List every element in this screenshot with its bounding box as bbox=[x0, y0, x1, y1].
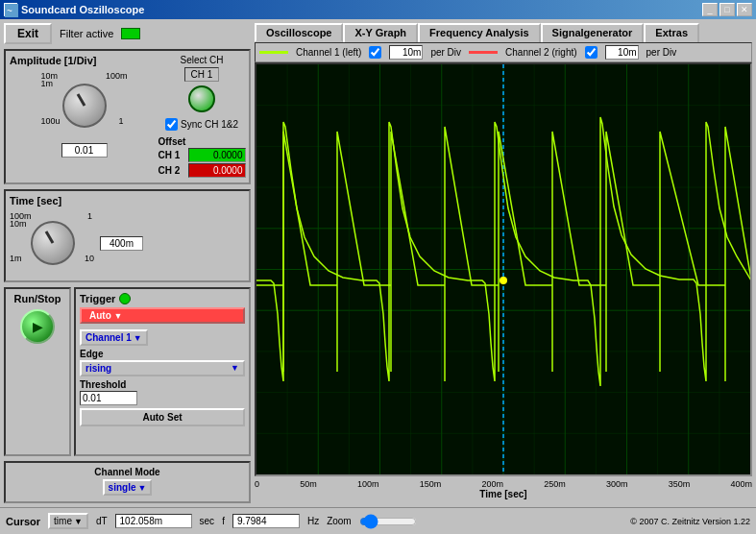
channel-mode-section: Channel Mode single ▼ bbox=[4, 461, 251, 503]
amp-scale-100m: 100m bbox=[106, 71, 128, 81]
ch1-per-div-input[interactable] bbox=[389, 45, 423, 60]
top-section: Exit Filter active Amplitude [1/Div] 10m… bbox=[0, 19, 756, 507]
run-stop-button[interactable] bbox=[20, 309, 55, 344]
cursor-type-button[interactable]: time ▼ bbox=[48, 513, 88, 529]
time-label-150m: 150m bbox=[420, 479, 442, 489]
right-panel: Oscilloscope X-Y Graph Frequency Analysi… bbox=[255, 19, 756, 507]
trigger-channel-button[interactable]: Channel 1 ▼ bbox=[80, 329, 148, 346]
exit-button[interactable]: Exit bbox=[4, 23, 52, 44]
maximize-button[interactable]: □ bbox=[719, 3, 735, 16]
trigger-mode-button[interactable]: Auto ▼ bbox=[80, 307, 245, 324]
filter-active-label: Filter active bbox=[60, 28, 113, 39]
trigger-mode-arrow: ▼ bbox=[114, 311, 123, 321]
channel-mode-dropdown[interactable]: single ▼ bbox=[103, 479, 153, 496]
app-icon: ~ bbox=[4, 3, 17, 16]
titlebar-left: ~ Soundcard Oszilloscope bbox=[4, 3, 144, 16]
amplitude-title: Amplitude [1/Div] bbox=[10, 55, 159, 66]
time-knob[interactable] bbox=[31, 221, 75, 265]
channel-bar: Channel 1 (left) per Div Channel 2 (righ… bbox=[255, 42, 752, 62]
svg-text:~: ~ bbox=[7, 6, 12, 16]
ch1-offset-input[interactable] bbox=[188, 148, 246, 162]
ch2-per-div-input[interactable] bbox=[605, 45, 639, 60]
cursor-type-value: time bbox=[54, 516, 72, 526]
ch1-offset-row: CH 1 bbox=[159, 148, 246, 162]
window-title: Soundcard Oszilloscope bbox=[21, 4, 144, 15]
amplitude-right: Select CH CH 1 Sync CH 1&2 Offset CH 1 bbox=[159, 55, 245, 179]
ch1-select-knob[interactable] bbox=[188, 85, 215, 112]
tab-xy-graph[interactable]: X-Y Graph bbox=[343, 23, 418, 42]
scope-area[interactable] bbox=[255, 62, 752, 476]
amplitude-knob[interactable] bbox=[62, 84, 107, 128]
tab-signalgenerator[interactable]: Signalgenerator bbox=[541, 23, 645, 42]
time-label-300m: 300m bbox=[606, 479, 628, 489]
trigger-mode-label: Auto bbox=[89, 310, 111, 321]
run-stop-title: Run/Stop bbox=[14, 293, 61, 304]
time-scale-10: 10 bbox=[85, 254, 94, 263]
dt-value-input[interactable] bbox=[115, 514, 192, 528]
autoset-button[interactable]: Auto Set bbox=[80, 408, 245, 426]
bottom-bar: Cursor time ▼ dT sec f Hz Zoom © 2007 C.… bbox=[0, 507, 756, 534]
trigger-label: Trigger bbox=[80, 293, 115, 304]
trigger-mode-row: Auto ▼ bbox=[80, 307, 245, 327]
ch2-line-indicator bbox=[469, 51, 498, 54]
sync-label: Sync CH 1&2 bbox=[181, 119, 238, 130]
titlebar: ~ Soundcard Oszilloscope _ □ ✕ bbox=[0, 0, 756, 19]
f-value-input[interactable] bbox=[232, 514, 300, 528]
amp-scale-100u: 100u bbox=[41, 116, 61, 126]
time-scale-1m: 1m bbox=[10, 254, 22, 263]
main-window: Exit Filter active Amplitude [1/Div] 10m… bbox=[0, 19, 756, 534]
amplitude-value-input[interactable] bbox=[61, 143, 108, 158]
ch2-offset-input[interactable] bbox=[188, 163, 246, 178]
channel-mode-arrow: ▼ bbox=[137, 483, 146, 493]
trigger-status-indicator bbox=[119, 293, 131, 304]
trigger-channel-arrow: ▼ bbox=[134, 333, 142, 343]
tab-extras[interactable]: Extras bbox=[644, 23, 699, 42]
trigger-section: Trigger Auto ▼ Channel 1 ▼ bbox=[74, 287, 251, 456]
time-axis-wrapper: 0 50m 100m 150m 200m 250m 300m 350m 400m… bbox=[255, 478, 752, 507]
amplitude-knob-container: 10m 1m 100m 100u 1 bbox=[41, 69, 128, 141]
edge-dropdown-row: rising ▼ bbox=[80, 360, 245, 376]
time-label-200m: 200m bbox=[481, 479, 503, 489]
bottom-left-section: Run/Stop Trigger Auto ▼ bbox=[4, 287, 251, 456]
dt-label: dT bbox=[96, 516, 108, 526]
trigger-title: Trigger bbox=[80, 293, 245, 304]
time-scale-10m: 10m bbox=[10, 219, 27, 229]
close-button[interactable]: ✕ bbox=[737, 3, 752, 16]
f-label: f bbox=[222, 516, 225, 526]
time-label-0: 0 bbox=[255, 479, 259, 489]
oscilloscope-display bbox=[256, 64, 750, 474]
trigger-channel-row: Channel 1 ▼ bbox=[80, 329, 245, 346]
cursor-label: Cursor bbox=[6, 516, 40, 527]
amp-scale-1m: 1m bbox=[41, 79, 54, 88]
filter-status-indicator bbox=[121, 28, 140, 39]
ch2-offset-row: CH 2 bbox=[159, 163, 246, 178]
time-label-50m: 50m bbox=[300, 479, 317, 489]
minimize-button[interactable]: _ bbox=[702, 3, 718, 16]
edge-dropdown[interactable]: rising ▼ bbox=[80, 360, 245, 376]
zoom-label: Zoom bbox=[327, 516, 352, 526]
tab-frequency-analysis[interactable]: Frequency Analysis bbox=[418, 23, 541, 42]
ch1-display: CH 1 bbox=[184, 67, 220, 82]
time-value-input[interactable] bbox=[100, 236, 143, 251]
tab-oscilloscope[interactable]: Oscilloscope bbox=[255, 23, 343, 42]
edge-value: rising bbox=[85, 363, 111, 374]
ch1-checkbox[interactable] bbox=[369, 46, 381, 59]
dt-unit: sec bbox=[200, 516, 215, 526]
channel-mode-title: Channel Mode bbox=[10, 467, 245, 477]
threshold-input[interactable] bbox=[80, 391, 137, 405]
time-axis-title: Time [sec] bbox=[255, 489, 752, 499]
ch2-label: Channel 2 (right) bbox=[505, 47, 576, 58]
offset-section: Offset CH 1 CH 2 bbox=[159, 136, 246, 179]
ch2-offset-label: CH 2 bbox=[159, 165, 185, 176]
time-scale-1: 1 bbox=[87, 211, 92, 221]
window-controls[interactable]: _ □ ✕ bbox=[702, 3, 752, 16]
svg-point-27 bbox=[500, 277, 507, 284]
edge-arrow: ▼ bbox=[231, 363, 239, 373]
sync-checkbox[interactable] bbox=[165, 118, 178, 131]
per-div-label2: per Div bbox=[646, 47, 677, 58]
zoom-slider[interactable] bbox=[359, 514, 417, 529]
ch2-checkbox[interactable] bbox=[585, 46, 597, 59]
time-label-400m: 400m bbox=[730, 479, 752, 489]
time-knob-container: 100m 10m 1 1m 10 bbox=[10, 209, 96, 277]
per-div-label1: per Div bbox=[430, 47, 461, 58]
